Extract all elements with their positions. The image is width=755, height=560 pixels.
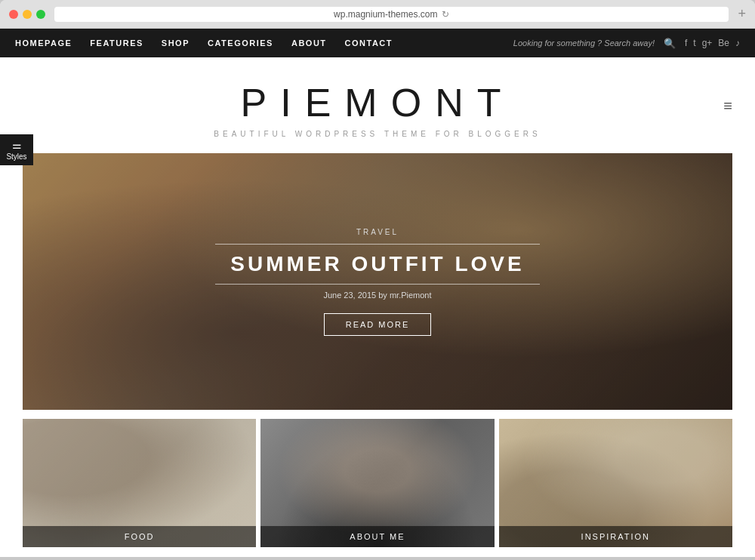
site-header: PIEMONT BEAUTIFUL WORDPRESS THEME FOR BL… (0, 57, 755, 153)
top-navigation: HOMEPAGE FEATURES SHOP CATEGORIES ABOUT … (0, 29, 755, 57)
nav-shop[interactable]: SHOP (162, 38, 190, 48)
nav-links: HOMEPAGE FEATURES SHOP CATEGORIES ABOUT … (15, 38, 393, 48)
thumbnails-row: Food About me Inspiration (23, 419, 732, 547)
music-icon[interactable]: ♪ (735, 38, 740, 48)
search-icon[interactable]: 🔍 (664, 38, 676, 49)
thumb-about-label: About me (260, 526, 494, 547)
behance-icon[interactable]: Be (718, 38, 729, 48)
browser-titlebar: wp.magnium-themes.com ↻ + (0, 0, 755, 29)
hamburger-icon[interactable]: ≡ (723, 97, 732, 114)
new-tab-button[interactable]: + (738, 6, 746, 22)
url-bar[interactable]: wp.magnium-themes.com ↻ (54, 7, 729, 22)
thumb-food-label: Food (23, 526, 256, 547)
styles-widget[interactable]: ⚌ Styles (0, 134, 33, 165)
maximize-button[interactable] (36, 10, 45, 19)
hero-content: TRAVEL SUMMER OUTFIT LOVE June 23, 2015 … (23, 153, 732, 410)
read-more-button[interactable]: READ MORE (324, 313, 432, 336)
hero-title: SUMMER OUTFIT LOVE (215, 244, 539, 285)
minimize-button[interactable] (23, 10, 32, 19)
search-prompt: Looking for something ? Search away! (513, 38, 655, 48)
twitter-icon[interactable]: t (693, 38, 695, 48)
refresh-icon[interactable]: ↻ (442, 9, 449, 20)
hero-meta: June 23, 2015 by mr.Piemont (323, 291, 431, 300)
site-title: PIEMONT (15, 80, 740, 125)
nav-about[interactable]: ABOUT (291, 38, 327, 48)
hero-image: TRAVEL SUMMER OUTFIT LOVE June 23, 2015 … (23, 153, 732, 410)
nav-right: Looking for something ? Search away! 🔍 f… (513, 38, 740, 49)
social-icons: f t g+ Be ♪ (685, 38, 740, 48)
nav-homepage[interactable]: HOMEPAGE (15, 38, 72, 48)
window-controls (9, 10, 45, 19)
nav-categories[interactable]: CATEGORIES (208, 38, 273, 48)
close-button[interactable] (9, 10, 18, 19)
facebook-icon[interactable]: f (685, 38, 687, 48)
thumbnail-inspiration[interactable]: Inspiration (499, 419, 732, 547)
url-text: wp.magnium-themes.com (334, 9, 437, 20)
styles-label: Styles (6, 152, 26, 161)
browser-window: wp.magnium-themes.com ↻ + ⚌ Styles HOMEP… (0, 0, 755, 557)
thumb-inspiration-label: Inspiration (499, 526, 732, 547)
thumbnail-food[interactable]: Food (23, 419, 256, 547)
nav-features[interactable]: FEATURES (90, 38, 143, 48)
hero-category: TRAVEL (356, 228, 399, 236)
nav-contact[interactable]: CONTACT (345, 38, 393, 48)
thumbnail-about[interactable]: About me (260, 419, 494, 547)
website-content: ⚌ Styles HOMEPAGE FEATURES SHOP CATEGORI… (0, 29, 755, 557)
site-tagline: BEAUTIFUL WORDPRESS THEME FOR BLOGGERS (15, 130, 740, 138)
gplus-icon[interactable]: g+ (702, 38, 713, 48)
sliders-icon: ⚌ (6, 139, 27, 151)
hero-section: TRAVEL SUMMER OUTFIT LOVE June 23, 2015 … (23, 153, 732, 410)
